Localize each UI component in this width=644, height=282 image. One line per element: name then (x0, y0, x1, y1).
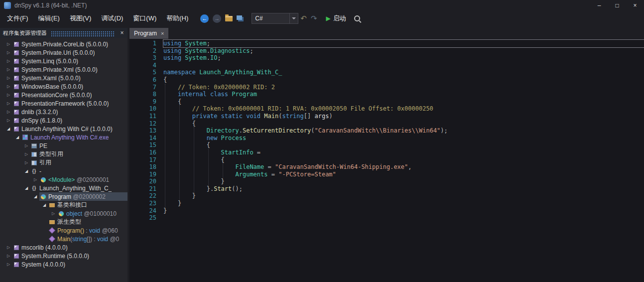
menu-item-view[interactable]: 视图(V) (65, 13, 96, 24)
expander-expanded-icon[interactable]: ◢ (40, 203, 48, 207)
tree-item[interactable]: ▷System.Private.Uri (5.0.0.0) (0, 48, 128, 57)
maximize-button[interactable]: □ (608, 0, 626, 11)
expander-collapsed-icon[interactable]: ▷ (4, 101, 12, 106)
code-line[interactable]: 23 } (129, 200, 644, 207)
expander-collapsed-icon[interactable]: ▷ (4, 93, 12, 97)
code-line[interactable]: 6{ (129, 76, 644, 84)
undo-icon[interactable]: ↶ (300, 14, 307, 23)
tree-item[interactable]: ▷PE (0, 141, 128, 150)
redo-icon[interactable]: ↷ (311, 14, 317, 23)
menu-item-edit[interactable]: 编辑(E) (33, 13, 65, 24)
code-line[interactable]: 13 Directory.SetCurrentDirectory("Carava… (129, 127, 644, 135)
tree-item[interactable]: ▷System.Linq (5.0.0.0) (0, 57, 128, 65)
expander-collapsed-icon[interactable]: ▷ (4, 76, 12, 80)
panel-header[interactable]: 程序集资源管理器 × (0, 28, 128, 38)
code-line[interactable]: 10 // Token: 0x06000001 RID: 1 RVA: 0x00… (129, 105, 644, 113)
tree-item[interactable]: Program() : void @060 (0, 226, 128, 235)
menu-item-window[interactable]: 窗口(W) (128, 13, 161, 24)
tree-item[interactable]: ◢{}Launch_Anything_With_C_ (0, 184, 128, 192)
minimize-button[interactable]: – (590, 0, 608, 11)
code-line[interactable]: 12 { (129, 120, 644, 128)
forward-icon[interactable]: → (213, 14, 221, 23)
expander-expanded-icon[interactable]: ◢ (4, 127, 12, 131)
expander-collapsed-icon[interactable]: ▷ (31, 177, 39, 182)
tree-item[interactable]: ▷dnSpy (6.1.8.0) (0, 116, 128, 125)
tree-item[interactable]: ▷System.Private.CoreLib (5.0.0.0) (0, 40, 128, 48)
code-line[interactable]: 15 { (129, 141, 644, 149)
expander-collapsed-icon[interactable]: ▷ (4, 118, 12, 123)
tree-item[interactable]: ◢{}- (0, 167, 128, 175)
tree-item[interactable]: ◢Launch Anything With C#.exe (0, 133, 128, 141)
expander-expanded-icon[interactable]: ◢ (31, 194, 39, 199)
open-button[interactable] (225, 16, 233, 21)
tab-close-icon[interactable]: × (161, 30, 164, 36)
start-button[interactable]: ▶ 启动 (326, 14, 346, 23)
tree-item[interactable]: Main(string[]) : void @0 (0, 235, 128, 243)
expander-collapsed-icon[interactable]: ▷ (4, 262, 12, 267)
code-editor[interactable]: 1using System;2using System.Diagnostics;… (129, 39, 644, 282)
code-line[interactable]: 5namespace Launch_Anything_With_C_ (129, 69, 644, 76)
code-line[interactable]: 25 (129, 214, 644, 222)
save-all-button[interactable] (237, 15, 244, 21)
tree-item[interactable]: ▷System.Runtime (5.0.0.0) (0, 252, 128, 260)
expander-collapsed-icon[interactable]: ▷ (4, 245, 12, 250)
code-line[interactable]: 21 }.Start(); (129, 185, 644, 193)
code-line[interactable]: 14 new Process (129, 135, 644, 142)
tree-item[interactable]: ▷<Module> @02000001 (0, 175, 128, 184)
tree-item[interactable]: ▷mscorlib (4.0.0.0) (0, 243, 128, 252)
code-line[interactable]: 16 StartInfo = (129, 149, 644, 156)
back-icon[interactable]: ← (200, 14, 209, 23)
code-line[interactable]: 19 Arguments = "-PCStore=Steam" (129, 171, 644, 178)
tree-item[interactable]: ▷System.Private.Xml (5.0.0.0) (0, 65, 128, 74)
expander-collapsed-icon[interactable]: ▷ (4, 110, 12, 114)
expander-collapsed-icon[interactable]: ▷ (4, 254, 12, 258)
tree-item[interactable]: ▷PresentationCore (5.0.0.0) (0, 91, 128, 99)
tree-item[interactable]: ◢基类和接口 (0, 201, 128, 209)
code-line[interactable]: 7 // Token: 0x02000002 RID: 2 (129, 84, 644, 91)
code-line[interactable]: 8 internal class Program (129, 91, 644, 98)
tree-item[interactable]: ▷System (4.0.0.0) (0, 260, 128, 269)
tree-item[interactable]: ▷dnlib (3.3.2.0) (0, 108, 128, 116)
code-line[interactable]: 20 } (129, 178, 644, 185)
code-line[interactable]: 4 (129, 62, 644, 69)
close-button[interactable]: × (626, 0, 644, 11)
expander-collapsed-icon[interactable]: ▷ (22, 143, 30, 148)
search-icon[interactable] (354, 15, 360, 21)
menu-item-file[interactable]: 文件(F) (2, 13, 33, 24)
expander-expanded-icon[interactable]: ◢ (13, 135, 21, 140)
code-line[interactable]: 1using System; (129, 40, 644, 47)
tree-item[interactable]: ▷类型引用 (0, 150, 128, 158)
code-line[interactable]: 2using System.Diagnostics; (129, 47, 644, 55)
code-line[interactable]: 3using System.IO; (129, 54, 644, 62)
expander-collapsed-icon[interactable]: ▷ (22, 160, 30, 165)
tree-item[interactable]: ▷PresentationFramework (5.0.0.0) (0, 99, 128, 108)
tree-item[interactable]: ◢Launch Anything With C# (1.0.0.0) (0, 125, 128, 133)
tree-item[interactable]: 派生类型 (0, 218, 128, 226)
panel-close-icon[interactable]: × (118, 29, 127, 36)
code-line[interactable]: 9 { (129, 98, 644, 106)
expander-collapsed-icon[interactable]: ▷ (4, 84, 12, 89)
code-line[interactable]: 18 FileName = "CaravanSandWitch-Win64-Sh… (129, 163, 644, 171)
tree-item[interactable]: ▷System.Xaml (5.0.0.0) (0, 74, 128, 82)
expander-collapsed-icon[interactable]: ▷ (4, 59, 12, 63)
menu-item-debug[interactable]: 调试(D) (96, 13, 128, 24)
expander-collapsed-icon[interactable]: ▷ (22, 152, 30, 156)
expander-collapsed-icon[interactable]: ▷ (4, 42, 12, 46)
menu-item-help[interactable]: 帮助(H) (161, 13, 193, 24)
expander-collapsed-icon[interactable]: ▷ (49, 211, 57, 216)
expander-collapsed-icon[interactable]: ▷ (4, 67, 12, 72)
code-line[interactable]: 17 { (129, 156, 644, 164)
tree-item[interactable]: ▷引用 (0, 158, 128, 167)
language-select[interactable]: C# (252, 13, 298, 24)
expander-expanded-icon[interactable]: ◢ (22, 169, 30, 173)
tab-program[interactable]: Program × (129, 28, 168, 39)
tree-item[interactable]: ◢Program @02000002 (0, 192, 128, 201)
code-line[interactable]: 11 private static void Main(string[] arg… (129, 113, 644, 120)
code-line[interactable]: 22 } (129, 192, 644, 200)
code-line[interactable]: 24} (129, 207, 644, 215)
tree-item[interactable]: ▷object @01000010 (0, 209, 128, 218)
tree-item[interactable]: ▷WindowsBase (5.0.0.0) (0, 82, 128, 91)
expander-expanded-icon[interactable]: ◢ (22, 186, 30, 190)
chevron-down-icon[interactable] (289, 13, 298, 23)
expander-collapsed-icon[interactable]: ▷ (4, 50, 12, 55)
